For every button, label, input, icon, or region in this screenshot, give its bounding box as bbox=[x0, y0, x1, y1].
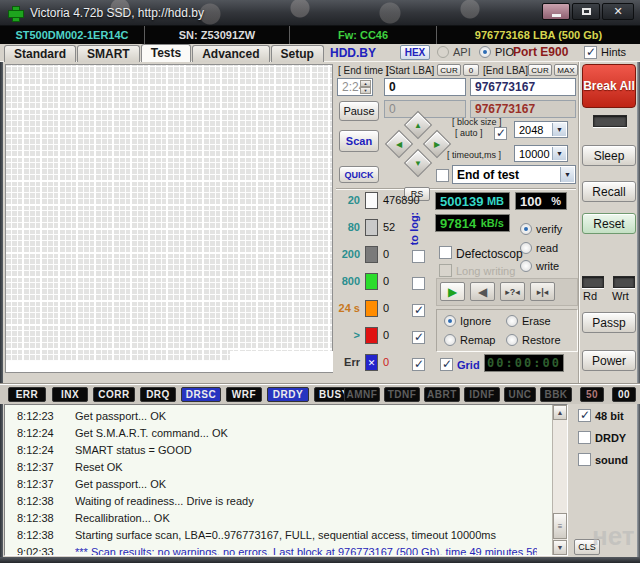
drive-info-bar: ST500DM002-1ER14C SN: Z53091ZW Fw: CC46 … bbox=[0, 26, 640, 44]
start-lba-input[interactable]: 0 bbox=[384, 78, 466, 96]
to-log-checkbox-800[interactable] bbox=[412, 277, 425, 290]
arrow-left-icon: ◀ bbox=[390, 135, 408, 153]
log-line: 8:12:24Get S.M.A.R.T. command... OK bbox=[5, 425, 567, 442]
action-label-erase: Erase bbox=[522, 315, 551, 327]
to-log-checkbox-gt[interactable] bbox=[412, 331, 425, 344]
end-lba-input[interactable]: 976773167 bbox=[470, 78, 576, 96]
error-flag-tdnf: TDNF bbox=[384, 387, 420, 402]
end-action-checkbox[interactable] bbox=[436, 169, 449, 182]
end-time-spinner[interactable]: 2:24 ▲ ▼ bbox=[337, 78, 373, 96]
timeout-select[interactable]: 10000 ▼ bbox=[514, 145, 568, 162]
tab-standard[interactable]: Standard bbox=[4, 45, 76, 62]
drive-model: ST500DM002-1ER14C bbox=[0, 26, 145, 44]
chevron-down-icon[interactable]: ▼ bbox=[552, 123, 566, 136]
port-label: Port E900 bbox=[513, 45, 568, 59]
log-time: 8:12:24 bbox=[17, 425, 54, 442]
max-button[interactable]: MAX bbox=[554, 64, 578, 76]
timeout-label: [ timeout,ms ] bbox=[447, 150, 501, 160]
chevron-down-icon[interactable]: ▼ bbox=[560, 167, 574, 182]
status-flag-drdy: DRDY bbox=[267, 387, 309, 402]
sound-checkbox[interactable] bbox=[578, 453, 591, 466]
status-flag-err: ERR bbox=[8, 387, 46, 402]
hist-label: 800 bbox=[332, 275, 360, 287]
error-flag-amnf: AMNF bbox=[344, 387, 380, 402]
tab-smart[interactable]: SMART bbox=[77, 45, 140, 62]
api-radio[interactable] bbox=[437, 46, 449, 58]
close-button[interactable]: ✕ bbox=[602, 3, 634, 20]
to-log-checkbox-err[interactable] bbox=[412, 358, 425, 371]
tab-advanced[interactable]: Advanced bbox=[192, 45, 269, 62]
zero-button[interactable]: 0 bbox=[463, 64, 479, 76]
hex-button[interactable]: HEX bbox=[400, 45, 430, 60]
mode-radio-write[interactable] bbox=[520, 260, 532, 272]
hints-checkbox[interactable] bbox=[584, 46, 597, 59]
window-border-left bbox=[0, 62, 3, 557]
play-button[interactable]: ▶ bbox=[440, 282, 465, 301]
spinner-down-icon[interactable]: ▼ bbox=[360, 87, 371, 94]
bit48-checkbox[interactable] bbox=[578, 409, 591, 422]
to-log-checkbox-200[interactable] bbox=[412, 250, 425, 263]
seek-end-button[interactable]: ▸|◂ bbox=[530, 282, 555, 301]
drdy-checkbox[interactable] bbox=[578, 431, 591, 444]
seek-prev-button[interactable]: ▸?◂ bbox=[500, 282, 525, 301]
to-log-checkbox-24s[interactable] bbox=[412, 304, 425, 317]
reset-button[interactable]: Reset bbox=[582, 213, 636, 234]
mode-radio-verify[interactable] bbox=[520, 223, 532, 235]
hist-color-box bbox=[365, 273, 378, 290]
hist-count: 0 bbox=[383, 248, 389, 260]
log-time: 8:12:38 bbox=[17, 510, 54, 527]
spinner-up-icon[interactable]: ▲ bbox=[360, 80, 371, 87]
log-line: 8:12:38Waiting of readiness... Drive is … bbox=[5, 493, 567, 510]
long-writing-checkbox[interactable] bbox=[439, 264, 452, 277]
err-icon: ✕ bbox=[365, 354, 378, 371]
cur-end-button[interactable]: CUR bbox=[528, 64, 552, 76]
quick-button[interactable]: QUICK bbox=[339, 166, 379, 183]
scroll-up-button[interactable]: ▲ bbox=[553, 405, 567, 420]
log-text: Reset OK bbox=[75, 459, 537, 476]
recall-button[interactable]: Recall bbox=[582, 181, 636, 202]
block-size-select[interactable]: 2048 ▼ bbox=[514, 121, 568, 138]
grid-checkbox[interactable] bbox=[440, 358, 453, 371]
hist-color-box bbox=[365, 192, 378, 209]
passp-button[interactable]: Passp bbox=[582, 312, 636, 333]
auto-checkbox[interactable] bbox=[494, 127, 507, 140]
cur-start-button[interactable]: CUR bbox=[437, 64, 461, 76]
reverse-button[interactable]: ◀ bbox=[470, 282, 495, 301]
chevron-down-icon[interactable]: ▼ bbox=[552, 147, 566, 160]
log-time: 8:12:24 bbox=[17, 442, 54, 459]
defectoscope-checkbox[interactable] bbox=[439, 246, 452, 259]
log-scrollbar[interactable]: ▲ ≡ ▼ bbox=[552, 405, 567, 555]
action-radio-restore[interactable] bbox=[506, 334, 518, 346]
status-flag-drsc: DRSC bbox=[181, 387, 221, 402]
hist-count: 0 bbox=[383, 329, 389, 341]
app-icon green-cross-icon bbox=[7, 5, 23, 21]
scroll-down-button[interactable]: ▼ bbox=[553, 540, 567, 555]
nav-down-button[interactable]: ▼ bbox=[404, 149, 432, 177]
hist-color-box bbox=[365, 246, 378, 263]
status-register: 50 bbox=[580, 387, 604, 402]
sleep-button[interactable]: Sleep bbox=[582, 145, 636, 166]
pause-button[interactable]: Pause bbox=[339, 101, 379, 121]
tab-setup[interactable]: Setup bbox=[271, 45, 324, 62]
brand-link[interactable]: HDD.BY bbox=[330, 46, 376, 60]
action-radio-remap[interactable] bbox=[444, 334, 456, 346]
tab-tests[interactable]: Tests bbox=[141, 44, 191, 62]
log-text: Waiting of readiness... Drive is ready bbox=[75, 493, 537, 510]
pio-radio[interactable] bbox=[479, 46, 491, 58]
minimize-button[interactable] bbox=[542, 3, 570, 20]
hist-count: 0 bbox=[383, 356, 389, 368]
break-all-button[interactable]: Break All bbox=[582, 64, 636, 108]
power-button[interactable]: Power bbox=[582, 350, 636, 371]
scroll-thumb[interactable]: ≡ bbox=[553, 513, 567, 539]
hist-label: Err bbox=[332, 356, 360, 368]
end-action-select[interactable]: End of test ▼ bbox=[452, 165, 576, 184]
defectoscope-label: Defectoscop bbox=[456, 247, 523, 261]
scan-button[interactable]: Scan bbox=[339, 130, 379, 152]
action-label-ignore: Ignore bbox=[460, 315, 491, 327]
error-register: 00 bbox=[612, 387, 636, 402]
maximize-button[interactable] bbox=[572, 3, 600, 20]
action-radio-ignore[interactable] bbox=[444, 315, 456, 327]
action-radio-erase[interactable] bbox=[506, 315, 518, 327]
log-text: SMART status = GOOD bbox=[75, 442, 537, 459]
hist-label: 24 s bbox=[332, 302, 360, 314]
